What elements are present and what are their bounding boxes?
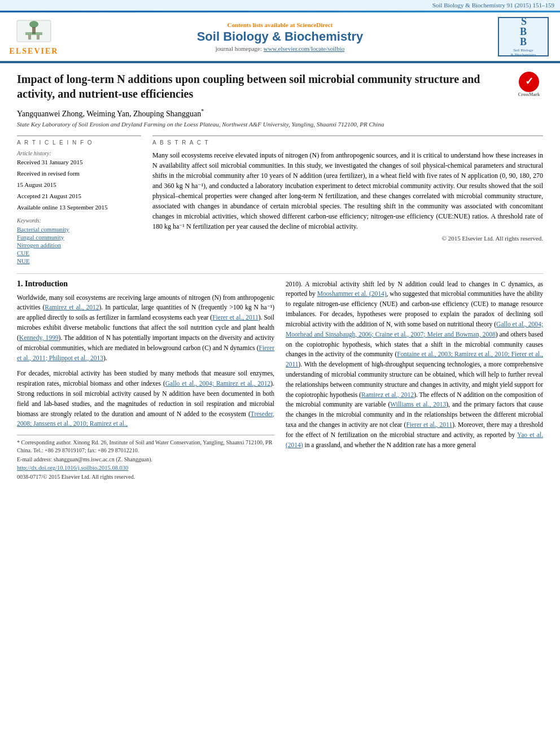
ref-mooshammer[interactable]: Mooshammer et al. (2014)	[317, 290, 387, 297]
abstract-column: A B S T R A C T Many soil ecosystems rec…	[152, 136, 543, 265]
article-body: Impact of long-term N additions upon cou…	[0, 63, 560, 493]
journal-homepage: journal homepage: www.elsevier.com/locat…	[62, 45, 498, 52]
section-divider	[17, 273, 543, 274]
ref-williams-2013[interactable]: Williams et al., 2013	[390, 401, 446, 408]
ref-ramirez-2012[interactable]: Ramirez et al., 2012	[45, 304, 99, 311]
footnote-area: * Corresponding author. Xinong Rd. 26, I…	[17, 435, 274, 481]
svg-rect-5	[37, 35, 40, 40]
ref-fontaine-ramirez-fierer[interactable]: Fontaine et al., 2003; Ramirez et al., 2…	[286, 351, 543, 368]
intro-heading: 1. Introduction	[17, 279, 274, 289]
revised-label: Received in revised form	[17, 170, 141, 177]
ref-kennedy-1999[interactable]: Kennedy, 1999	[19, 334, 59, 341]
corresponding-author-mark: *	[201, 108, 204, 114]
svg-rect-3	[25, 32, 42, 35]
ref-fierer-philippot[interactable]: Fierer et al., 2011; Philippot et al., 2…	[17, 344, 274, 361]
sciencedirect-link: Contents lists available at ScienceDirec…	[62, 21, 498, 28]
article-info-abstract-row: A R T I C L E I N F O Article history: R…	[17, 136, 543, 265]
crossmark-icon: ✓	[519, 72, 539, 92]
elsevier-logo-area: ELSEVIER	[6, 18, 62, 56]
journal-title: Soil Biology & Biochemistry	[62, 29, 498, 44]
keyword-3[interactable]: Nitrogen addition	[17, 242, 141, 248]
citation-text: Soil Biology & Biochemistry 91 (2015) 15…	[432, 2, 554, 8]
revised-date: 15 August 2015	[17, 181, 141, 188]
ref-gallo-ramirez[interactable]: Gallo et al., 2004; Ramirez et al., 2012	[165, 380, 270, 387]
abstract-heading: A B S T R A C T	[152, 139, 543, 146]
copyright-line: © 2015 Elsevier Ltd. All rights reserved…	[152, 235, 543, 242]
ref-ramirez-2012b[interactable]: Ramirez et al., 2012	[361, 391, 414, 398]
elsevier-wordmark: ELSEVIER	[10, 47, 59, 56]
online-date: Available online 13 September 2015	[17, 204, 141, 211]
homepage-link[interactable]: www.elsevier.com/locate/soilbio	[264, 45, 344, 52]
intro-paragraph-1: Worldwide, many soil ecosystems are rece…	[17, 293, 274, 364]
email-footnote: E-mail address: shangguan@ms.iswc.ac.cn …	[17, 456, 274, 464]
issn-line: 0038-0717/© 2015 Elsevier Ltd. All right…	[17, 473, 274, 481]
intro-right-paragraph-1: 2010). A microbial activity shift led by…	[286, 279, 543, 451]
sbb-letters: SBB	[520, 16, 527, 47]
intro-paragraph-2: For decades, microbial activity has been…	[17, 369, 274, 429]
email-link[interactable]: shangguan@ms.iswc.ac.cn	[54, 456, 115, 462]
received-date: Received 31 January 2015	[17, 159, 141, 165]
ref-treseder-janssens-ramirez[interactable]: Treseder, 2008; Janssens et al., 2010; R…	[17, 410, 274, 427]
crossmark-label: CrossMark	[515, 92, 543, 98]
history-label: Article history:	[17, 150, 141, 156]
journal-header: ELSEVIER Contents lists available at Sci…	[0, 12, 560, 62]
top-citation-bar: Soil Biology & Biochemistry 91 (2015) 15…	[0, 0, 560, 11]
intro-left-column: 1. Introduction Worldwide, many soil eco…	[17, 279, 274, 483]
authors-line: Yangquanwei Zhong, Weiming Yan, Zhouping…	[17, 108, 543, 119]
article-info-column: A R T I C L E I N F O Article history: R…	[17, 136, 141, 265]
sbb-logo: SBB Soil Biology& Biochemistry	[498, 17, 549, 56]
main-content-area: 1. Introduction Worldwide, many soil eco…	[17, 279, 543, 483]
doi-link[interactable]: http://dx.doi.org/10.1016/j.soilbio.2015…	[17, 465, 274, 471]
keywords-label: Keywords:	[17, 217, 141, 224]
svg-point-1	[29, 21, 38, 28]
article-info-heading: A R T I C L E I N F O	[17, 139, 141, 146]
affiliation-text: State Key Laboratory of Soil Erosion and…	[17, 121, 543, 128]
sbb-label: Soil Biology& Biochemistry	[511, 48, 536, 57]
sbb-logo-area: SBB Soil Biology& Biochemistry	[498, 17, 554, 56]
ref-gallo-moorhead-craine-meier[interactable]: Gallo et al., 2004; Moorhead and Sinsaba…	[286, 321, 543, 338]
abstract-text: Many soil ecosystems receive elevated in…	[152, 150, 543, 231]
intro-right-column: 2010). A microbial activity shift led by…	[286, 279, 543, 483]
ref-yao-2014[interactable]: Yao et al. (2014)	[286, 431, 543, 448]
keyword-4[interactable]: CUE	[17, 250, 141, 256]
keyword-1[interactable]: Bacterial community	[17, 226, 141, 233]
keyword-2[interactable]: Fungal community	[17, 234, 141, 241]
elsevier-icon	[14, 18, 54, 46]
article-title: Impact of long-term N additions upon cou…	[17, 72, 543, 101]
sciencedirect-brand[interactable]: ScienceDirect	[296, 21, 333, 28]
accepted-date: Accepted 21 August 2015	[17, 193, 141, 199]
ref-fierer-2011[interactable]: Fierer et al., 2011	[212, 314, 259, 321]
journal-center-info: Contents lists available at ScienceDirec…	[62, 21, 498, 52]
svg-rect-4	[28, 35, 31, 40]
keyword-5[interactable]: NUE	[17, 257, 141, 264]
crossmark-badge[interactable]: ✓ CrossMark	[515, 72, 543, 98]
ref-fierer-2011b[interactable]: Fierer et al., 2011	[406, 421, 452, 428]
corresponding-footnote: * Corresponding author. Xinong Rd. 26, I…	[17, 439, 274, 455]
